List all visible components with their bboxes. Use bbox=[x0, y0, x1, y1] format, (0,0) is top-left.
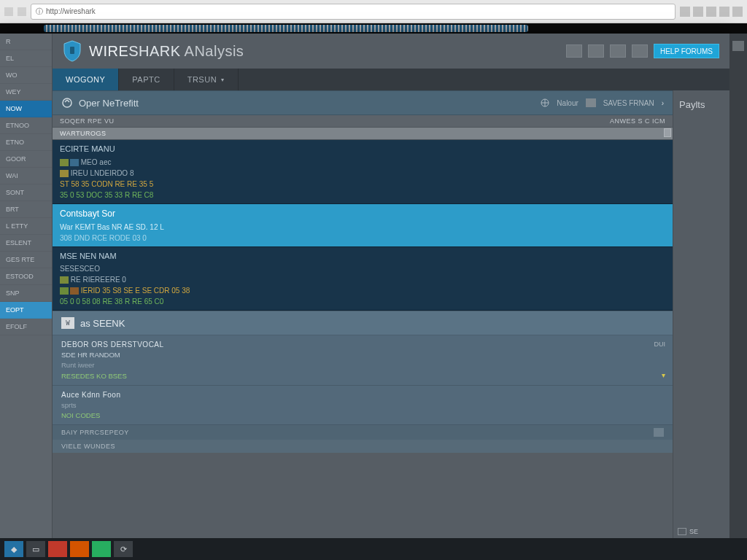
cursor-icon: ▾ bbox=[662, 370, 665, 381]
packet-sub: War KEMT Bas NR AE SD. 12 L bbox=[60, 222, 665, 233]
svg-point-1 bbox=[63, 98, 71, 107]
sidebar-item[interactable]: GOOR bbox=[0, 151, 52, 168]
sidebar-item[interactable]: NOW bbox=[0, 101, 52, 117]
detail-heading: Auce Kdnn Foon bbox=[61, 389, 664, 400]
proto-icons bbox=[60, 170, 69, 177]
ext-icon[interactable] bbox=[680, 7, 690, 17]
sidebar-item[interactable]: SONT bbox=[0, 184, 52, 201]
subheader-title: Oper NeTrefitt bbox=[79, 98, 139, 109]
browser-chrome: ⓘ http://wireshark bbox=[0, 0, 747, 23]
scroll-handle[interactable] bbox=[664, 128, 671, 137]
right-panel: Paylts SE bbox=[673, 90, 729, 538]
sidebar-item[interactable]: SNP bbox=[0, 285, 52, 302]
taskbar: ◆ ▭ ⟳ bbox=[0, 538, 747, 560]
ext-icon[interactable] bbox=[732, 7, 743, 17]
packet-pane[interactable]: MSE NEN NAM SESESCEO RE RIEREERE 0 IERID… bbox=[53, 247, 673, 311]
tab-paptc[interactable]: PAPTC bbox=[119, 69, 174, 90]
sidebar-item[interactable]: WO bbox=[0, 67, 52, 84]
sidebar-item[interactable]: ETNO bbox=[0, 134, 52, 151]
taskbar-start[interactable]: ◆ bbox=[4, 541, 23, 557]
app-window: R EL WO WEY NOW ETNOO ETNO GOOR WAI SONT… bbox=[0, 34, 729, 538]
badge-icon bbox=[586, 98, 596, 107]
chevron-down-icon: ▾ bbox=[221, 77, 225, 83]
taskbar-item[interactable] bbox=[70, 541, 89, 557]
ext-icon[interactable] bbox=[719, 7, 729, 17]
right-panel-title: Paylts bbox=[673, 90, 729, 119]
hex-line: ST 58 35 CODN RE RE 35 5 bbox=[60, 179, 665, 190]
browser-back-icon[interactable] bbox=[4, 7, 13, 16]
subheader-label[interactable]: SAVES FRNAN bbox=[603, 99, 654, 107]
sidebar-item[interactable]: ESLENT bbox=[0, 235, 52, 252]
sidebar-item[interactable]: EOPT bbox=[0, 302, 52, 319]
proto-icons bbox=[60, 159, 79, 166]
app-header: WIRESHARK ANalysis HELP FORUMS bbox=[53, 34, 729, 69]
ext-icon[interactable] bbox=[693, 7, 703, 17]
box-icon bbox=[678, 528, 686, 535]
right-panel-row[interactable]: SE bbox=[673, 525, 729, 538]
packet-pane-selected[interactable]: Contsbayt Sor War KEMT Bas NR AE SD. 12 … bbox=[53, 204, 673, 247]
app-title: WIRESHARK ANalysis bbox=[89, 43, 244, 60]
packet-title: ECIRTE MANU bbox=[60, 143, 665, 155]
seek-badge: W bbox=[61, 317, 74, 329]
seek-header: W as SEENK bbox=[53, 311, 673, 335]
sidebar-item[interactable]: ETNOO bbox=[0, 117, 52, 134]
sidebar-item[interactable]: ESTOOD bbox=[0, 268, 52, 285]
subheader-label[interactable]: Nalour bbox=[557, 99, 578, 107]
title-part: ANalysis bbox=[185, 43, 244, 59]
footer-icon[interactable] bbox=[654, 428, 664, 437]
footer-row: BAIY PRRCSEPEOY bbox=[53, 425, 673, 440]
sidebar: R EL WO WEY NOW ETNOO ETNO GOOR WAI SONT… bbox=[0, 34, 53, 538]
sidebar-item[interactable]: WEY bbox=[0, 84, 52, 101]
sidebar-item[interactable]: WAI bbox=[0, 168, 52, 184]
taskbar-item[interactable] bbox=[92, 541, 111, 557]
seek-label: as SEENK bbox=[80, 318, 125, 329]
footer-row: VIELE WUNDES bbox=[53, 440, 673, 453]
url-decoration bbox=[44, 25, 528, 32]
ext-icon[interactable] bbox=[706, 7, 716, 17]
sidebar-item[interactable]: L ETTY bbox=[0, 218, 52, 235]
sub-header: Oper NeTrefitt Nalour SAVES FRNAN › bbox=[53, 90, 673, 115]
shield-icon bbox=[63, 40, 82, 62]
title-part: WIRE bbox=[89, 43, 128, 59]
detail-pane[interactable]: Auce Kdnn Foon sprts NOI CODES bbox=[53, 386, 673, 426]
taskbar-item[interactable] bbox=[48, 541, 67, 557]
taskbar-item[interactable]: ▭ bbox=[26, 541, 45, 557]
refresh-icon[interactable] bbox=[61, 97, 73, 109]
header-icon[interactable] bbox=[566, 44, 582, 58]
browser-extension-icons bbox=[680, 7, 743, 17]
tab-bar: WOGONY PAPTC TRSUN▾ bbox=[53, 69, 729, 90]
packet-title: MSE NEN NAM bbox=[60, 250, 665, 262]
strip-icon[interactable] bbox=[732, 41, 744, 51]
info-row: SOQER RPE VU ANWES S C ICM bbox=[53, 115, 673, 128]
packet-sub: 308 DND RCE RODE 03 0 bbox=[60, 233, 665, 244]
svg-rect-0 bbox=[70, 47, 74, 54]
header-actions: HELP FORUMS bbox=[566, 44, 719, 58]
packet-pane[interactable]: ECIRTE MANU MEO aec IREU LNDEIRDO 8 ST 5… bbox=[53, 140, 673, 204]
content-area: WIRESHARK ANalysis HELP FORUMS WOGONY PA… bbox=[53, 34, 729, 538]
screen-right-strip bbox=[729, 34, 747, 538]
taskbar-item[interactable]: ⟳ bbox=[114, 541, 133, 557]
sidebar-item[interactable]: BRT bbox=[0, 201, 52, 218]
info-row: WARTUROGS bbox=[53, 128, 673, 140]
header-icon[interactable] bbox=[632, 44, 648, 58]
browser-fwd-icon[interactable] bbox=[18, 7, 26, 16]
chevron-right-icon[interactable]: › bbox=[662, 99, 664, 107]
header-icon[interactable] bbox=[588, 44, 604, 58]
address-bar[interactable]: ⓘ http://wireshark bbox=[31, 4, 676, 20]
proto-icons bbox=[60, 276, 69, 284]
tab-trsun[interactable]: TRSUN▾ bbox=[174, 69, 239, 90]
sidebar-item[interactable]: EL bbox=[0, 50, 52, 67]
hex-line: 35 0 53 DOC 35 33 R RE C8 bbox=[60, 190, 665, 201]
tab-wogony[interactable]: WOGONY bbox=[53, 69, 119, 90]
lock-icon: ⓘ bbox=[36, 7, 43, 17]
packet-title: Contsbayt Sor bbox=[60, 207, 665, 220]
sidebar-item[interactable]: GES RTE bbox=[0, 252, 52, 268]
sidebar-item[interactable]: R bbox=[0, 34, 52, 50]
header-icon[interactable] bbox=[610, 44, 626, 58]
help-button[interactable]: HELP FORUMS bbox=[654, 44, 719, 58]
sidebar-item[interactable]: EFOLF bbox=[0, 319, 52, 335]
title-part: SHARK bbox=[128, 43, 180, 59]
detail-end-label: DUI bbox=[654, 340, 666, 350]
detail-pane[interactable]: DEBOR ORS DERSTVOCAL DUI SDE HR RANDOM R… bbox=[53, 335, 673, 386]
proto-icons bbox=[60, 287, 79, 295]
